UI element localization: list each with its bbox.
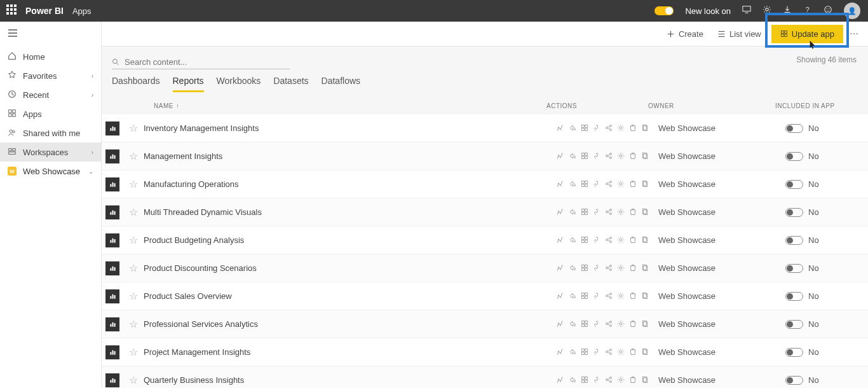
create-button[interactable]: Create xyxy=(663,27,707,41)
analyze-icon[interactable] xyxy=(557,207,564,218)
share-icon[interactable] xyxy=(605,319,613,330)
analyze-icon[interactable] xyxy=(557,235,564,246)
analyze-icon[interactable] xyxy=(557,319,564,330)
table-row[interactable]: ☆Product Discounting ScenariosWeb Showca… xyxy=(102,254,868,282)
report-name[interactable]: Professional Services Analytics xyxy=(144,319,557,329)
settings-icon[interactable] xyxy=(617,235,625,246)
included-toggle[interactable] xyxy=(785,264,803,273)
favorite-star[interactable]: ☆ xyxy=(123,178,144,190)
export-icon[interactable] xyxy=(569,235,576,246)
delete-icon[interactable] xyxy=(629,235,637,246)
delete-icon[interactable] xyxy=(629,347,637,358)
delete-icon[interactable] xyxy=(629,375,637,386)
report-name[interactable]: Project Management Insights xyxy=(144,347,557,357)
help-icon[interactable]: ? xyxy=(803,5,812,17)
export-icon[interactable] xyxy=(569,375,576,386)
avatar[interactable]: 👤 xyxy=(844,3,860,19)
included-toggle[interactable] xyxy=(785,348,803,357)
delete-icon[interactable] xyxy=(629,319,637,330)
analyze-icon[interactable] xyxy=(557,263,564,274)
embed-icon[interactable] xyxy=(581,291,588,302)
embed-icon[interactable] xyxy=(581,207,588,218)
report-name[interactable]: Inventory Management Insights xyxy=(144,123,557,133)
embed-icon[interactable] xyxy=(581,319,588,330)
included-toggle[interactable] xyxy=(785,376,803,385)
included-toggle[interactable] xyxy=(785,180,803,189)
tab-reports[interactable]: Reports xyxy=(173,76,204,92)
insights-icon[interactable] xyxy=(593,179,600,190)
gear-icon[interactable] xyxy=(763,5,771,17)
report-name[interactable]: Product Budgeting Analysis xyxy=(144,235,557,245)
smile-icon[interactable] xyxy=(824,5,832,17)
share-icon[interactable] xyxy=(605,235,613,246)
copy-icon[interactable] xyxy=(641,263,649,274)
included-toggle[interactable] xyxy=(785,124,803,133)
tab-dashboards[interactable]: Dashboards xyxy=(112,76,160,92)
insights-icon[interactable] xyxy=(593,235,600,246)
embed-icon[interactable] xyxy=(581,263,588,274)
nav-favorites[interactable]: Favorites › xyxy=(0,66,101,85)
table-row[interactable]: ☆Quarterly Business InsightsWeb Showcase… xyxy=(102,366,868,388)
tab-dataflows[interactable]: Dataflows xyxy=(322,76,360,92)
col-name-header[interactable]: NAME ↑ xyxy=(154,102,546,109)
insights-icon[interactable] xyxy=(593,319,600,330)
copy-icon[interactable] xyxy=(641,123,649,134)
brand-label[interactable]: Power BI xyxy=(25,6,64,16)
export-icon[interactable] xyxy=(569,179,576,190)
included-toggle[interactable] xyxy=(785,236,803,245)
nav-apps[interactable]: Apps xyxy=(0,104,101,123)
export-icon[interactable] xyxy=(569,347,576,358)
insights-icon[interactable] xyxy=(593,291,600,302)
nav-shared[interactable]: Shared with me xyxy=(0,123,101,142)
export-icon[interactable] xyxy=(569,123,576,134)
export-icon[interactable] xyxy=(569,207,576,218)
insights-icon[interactable] xyxy=(593,207,600,218)
list-view-button[interactable]: List view xyxy=(714,27,765,41)
nav-home[interactable]: Home xyxy=(0,47,101,66)
share-icon[interactable] xyxy=(605,347,613,358)
monitor-icon[interactable] xyxy=(742,5,751,17)
export-icon[interactable] xyxy=(569,263,576,274)
nav-workspaces[interactable]: Workspaces › xyxy=(0,142,101,162)
embed-icon[interactable] xyxy=(581,151,588,162)
copy-icon[interactable] xyxy=(641,235,649,246)
delete-icon[interactable] xyxy=(629,123,637,134)
included-toggle[interactable] xyxy=(785,152,803,161)
favorite-star[interactable]: ☆ xyxy=(123,318,144,330)
included-toggle[interactable] xyxy=(785,208,803,217)
included-toggle[interactable] xyxy=(785,320,803,329)
embed-icon[interactable] xyxy=(581,375,588,386)
analyze-icon[interactable] xyxy=(557,375,564,386)
copy-icon[interactable] xyxy=(641,347,649,358)
settings-icon[interactable] xyxy=(617,123,625,134)
favorite-star[interactable]: ☆ xyxy=(123,374,144,386)
share-icon[interactable] xyxy=(605,151,613,162)
table-row[interactable]: ☆Manufacturing OperationsWeb ShowcaseNo xyxy=(102,170,868,198)
favorite-star[interactable]: ☆ xyxy=(123,346,144,358)
delete-icon[interactable] xyxy=(629,151,637,162)
export-icon[interactable] xyxy=(569,151,576,162)
share-icon[interactable] xyxy=(605,291,613,302)
favorite-star[interactable]: ☆ xyxy=(123,290,144,302)
insights-icon[interactable] xyxy=(593,151,600,162)
tab-workbooks[interactable]: Workbooks xyxy=(217,76,261,92)
settings-icon[interactable] xyxy=(617,263,625,274)
settings-icon[interactable] xyxy=(617,179,625,190)
embed-icon[interactable] xyxy=(581,179,588,190)
delete-icon[interactable] xyxy=(629,207,637,218)
export-icon[interactable] xyxy=(569,291,576,302)
share-icon[interactable] xyxy=(605,123,613,134)
copy-icon[interactable] xyxy=(641,151,649,162)
insights-icon[interactable] xyxy=(593,123,600,134)
favorite-star[interactable]: ☆ xyxy=(123,150,144,162)
settings-icon[interactable] xyxy=(617,207,625,218)
settings-icon[interactable] xyxy=(617,319,625,330)
insights-icon[interactable] xyxy=(593,263,600,274)
download-icon[interactable] xyxy=(783,5,792,17)
copy-icon[interactable] xyxy=(641,319,649,330)
apps-link[interactable]: Apps xyxy=(72,6,92,16)
report-name[interactable]: Product Discounting Scenarios xyxy=(144,263,557,273)
export-icon[interactable] xyxy=(569,319,576,330)
table-row[interactable]: ☆Product Budgeting AnalysisWeb ShowcaseN… xyxy=(102,226,868,254)
nav-current-workspace[interactable]: W Web Showcase ⌄ xyxy=(0,162,101,181)
